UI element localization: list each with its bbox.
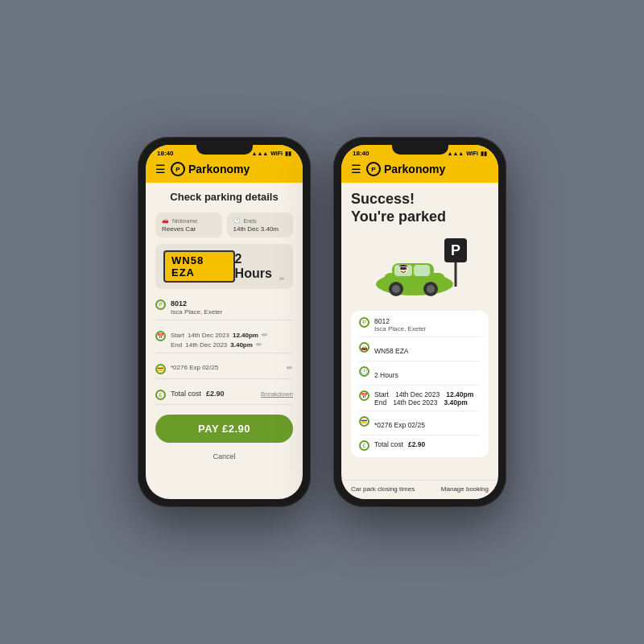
plate-duration-row: WN58 EZA 2 Hours ✏ (155, 244, 293, 289)
success-start-label: Start (374, 390, 389, 398)
success-total-content: Total cost £2.90 (374, 440, 481, 448)
end-time: 3.40pm (230, 341, 253, 349)
success-duration-content: 2 Hours (374, 366, 481, 381)
nickname-value: Reeves Car (162, 225, 216, 233)
phone-2: 18:40 ▲▲▲ WiFi ▮▮ ☰ P Parkonomy Success!… (333, 137, 506, 507)
success-line1: Success! (351, 191, 489, 208)
parked-illustration: P (351, 232, 489, 304)
hamburger-icon[interactable]: ☰ (155, 163, 166, 175)
success-times-row: 📅 Start 14th Dec 2023 12.40pm End 14th D… (359, 390, 481, 411)
app-logo-1: P Parkonomy (171, 162, 250, 176)
nickname-card: 🚗 Nickname Reeves Car (155, 213, 222, 237)
screen-2: 18:40 ▲▲▲ WiFi ▮▮ ☰ P Parkonomy Success!… (341, 145, 498, 499)
success-end-date: 14th Dec 2023 (393, 398, 437, 407)
pay-button[interactable]: PAY £2.90 (155, 415, 293, 443)
card-info: *0276 Exp 02/25 (171, 364, 282, 371)
app-logo-2: P Parkonomy (366, 162, 445, 176)
logo-circle-1: P (171, 162, 185, 176)
success-location-address: Isca Place, Exeter (374, 325, 481, 332)
svg-rect-15 (400, 267, 407, 270)
card-icon-1: 💳 (155, 364, 166, 374)
success-card-row: 💳 *0276 Exp 02/25 (359, 416, 481, 436)
pin-icon-1: P (155, 299, 166, 310)
start-label: Start (171, 332, 184, 339)
screen-content-2: Success! You're parked P (341, 183, 498, 480)
end-date: 14th Dec 2023 (185, 341, 227, 349)
status-time-1: 18:40 (157, 150, 173, 157)
svg-rect-7 (414, 265, 430, 276)
success-end-time: 3.40pm (444, 398, 467, 407)
total-row: Total cost £2.90 Breakdown (171, 390, 293, 398)
start-date: 14th Dec 2023 (188, 332, 229, 339)
car-icon-2: 🚗 (359, 342, 369, 353)
calendar-icon-1: 📅 (155, 331, 166, 341)
success-plate-content: WN58 EZA (374, 342, 481, 357)
signal-icon: ▲▲▲ (251, 151, 268, 156)
battery-icon-2: ▮▮ (481, 151, 487, 157)
phone-notch-1 (196, 145, 253, 155)
pin-icon-2: P (359, 317, 369, 328)
edit-end-icon[interactable]: ✏ (256, 341, 262, 349)
wifi-icon: WiFi (270, 151, 283, 156)
phone-notch-2 (392, 145, 448, 155)
success-plate: WN58 EZA (374, 347, 409, 355)
car-illustration: P (368, 234, 473, 303)
success-location-row: P 8012 Isca Place, Exeter (359, 317, 481, 337)
signal-icon-2: ▲▲▲ (447, 151, 464, 156)
cancel-link[interactable]: Cancel (155, 452, 293, 460)
success-location-content: 8012 Isca Place, Exeter (374, 317, 481, 332)
success-total-label: Total cost (374, 440, 403, 448)
location-number: 8012 (171, 299, 293, 308)
breakdown-link[interactable]: Breakdown (261, 390, 293, 398)
ends-header: 🕐 Ends (233, 217, 287, 224)
status-icons-1: ▲▲▲ WiFi ▮▮ (251, 151, 291, 157)
wifi-icon-2: WiFi (466, 151, 478, 156)
success-start-time: 12.40pm (446, 390, 473, 398)
app-name-2: Parkonomy (384, 163, 445, 175)
screen-content-1: Check parking details 🚗 Nickname Reeves … (146, 183, 303, 499)
end-time-row: End 14th Dec 2023 3.40pm ✏ (171, 341, 293, 349)
ends-card: 🕐 Ends 14th Dec 3.40m (227, 213, 294, 237)
ends-value: 14th Dec 3.40m (233, 225, 287, 233)
clock-icon-2: 🕐 (359, 366, 369, 377)
license-plate[interactable]: WN58 EZA (163, 250, 235, 283)
car-icon-nickname: 🚗 (162, 217, 169, 224)
hamburger-icon-2[interactable]: ☰ (351, 163, 361, 175)
battery-icon: ▮▮ (285, 151, 291, 157)
clock-icon-ends: 🕐 (233, 217, 241, 224)
svg-text:P: P (450, 242, 460, 258)
manage-booking-link[interactable]: Manage booking (441, 485, 489, 493)
edit-duration-icon[interactable]: ✏ (279, 275, 285, 283)
end-label: End (171, 341, 182, 349)
success-duration-row: 🕐 2 Hours (359, 366, 481, 386)
success-total-row: £ Total cost £2.90 (359, 440, 481, 451)
total-detail-row: £ Total cost £2.90 Breakdown (155, 386, 293, 405)
app-header-2: ☰ P Parkonomy (341, 159, 498, 183)
edit-card-icon[interactable]: ✏ (287, 364, 293, 372)
success-plate-row: 🚗 WN58 EZA (359, 342, 481, 361)
nickname-header: 🚗 Nickname (162, 217, 216, 224)
location-address: Isca Place, Exeter (171, 308, 293, 316)
phone-1: 18:40 ▲▲▲ WiFi ▮▮ ☰ P Parkonomy Check pa… (138, 137, 311, 507)
card-detail-row: 💳 *0276 Exp 02/25 ✏ (155, 360, 293, 379)
svg-point-11 (427, 285, 435, 293)
calendar-icon-2: 📅 (359, 390, 369, 401)
success-card-content: *0276 Exp 02/25 (374, 416, 481, 431)
screen-1: 18:40 ▲▲▲ WiFi ▮▮ ☰ P Parkonomy Check pa… (146, 145, 303, 499)
page-title: Check parking details (155, 191, 293, 203)
car-park-closing-link[interactable]: Car park closing times (351, 485, 415, 493)
status-time-2: 18:40 (353, 150, 369, 157)
location-content: 8012 Isca Place, Exeter (171, 299, 293, 316)
success-end-row: End 14th Dec 2023 3.40pm (374, 398, 481, 407)
success-location-number: 8012 (374, 317, 481, 325)
card-icon-2: 💳 (359, 416, 369, 427)
bottom-bar: Car park closing times Manage booking (341, 480, 498, 499)
card-content: *0276 Exp 02/25 (171, 364, 282, 371)
edit-start-icon[interactable]: ✏ (262, 331, 268, 339)
info-cards: 🚗 Nickname Reeves Car 🕐 Ends 14th Dec 3.… (155, 213, 293, 237)
app-header-1: ☰ P Parkonomy (146, 159, 303, 183)
nickname-label: Nickname (172, 218, 197, 224)
start-time-row: Start 14th Dec 2023 12.40pm ✏ (171, 331, 293, 339)
success-times-content: Start 14th Dec 2023 12.40pm End 14th Dec… (374, 390, 481, 407)
total-content: Total cost £2.90 Breakdown (171, 390, 293, 398)
